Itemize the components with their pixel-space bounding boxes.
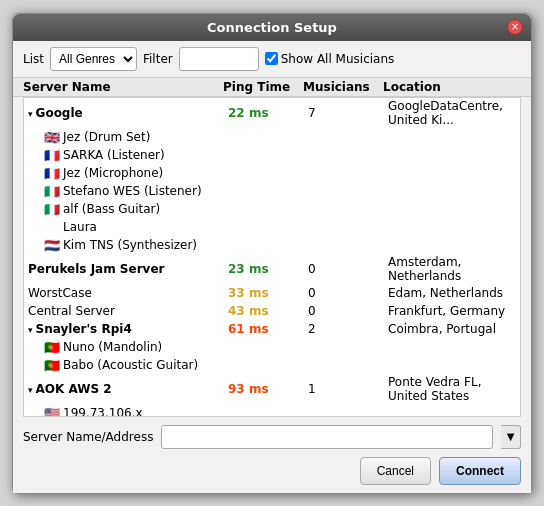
table-header: Server Name Ping Time Musicians Location xyxy=(13,77,531,97)
connection-setup-dialog: Connection Setup × List All Genres Rock … xyxy=(12,13,532,494)
close-button[interactable]: × xyxy=(507,19,523,35)
flag-icon: 🇳🇱 xyxy=(44,239,60,250)
ping-cell: 22 ms xyxy=(228,106,308,120)
location-cell: Coimbra, Portugal xyxy=(388,322,516,336)
list-item[interactable]: 🇮🇹alf (Bass Guitar) xyxy=(24,200,520,218)
location-cell: Frankfurt, Germany xyxy=(388,304,516,318)
flag-icon: 🇺🇸 xyxy=(44,407,60,417)
ping-cell: 33 ms xyxy=(228,286,308,300)
expand-icon: ▾ xyxy=(28,109,33,119)
list-label: List xyxy=(23,52,44,66)
server-name-text: Perukels Jam Server xyxy=(28,262,164,276)
server-name-cell: WorstCase xyxy=(28,286,228,300)
child-name: Stefano WES (Listener) xyxy=(63,184,202,198)
ping-cell: 43 ms xyxy=(228,304,308,318)
list-item[interactable]: 🇵🇹Babo (Acoustic Guitar) xyxy=(24,356,520,374)
flag-icon: 🇮🇹 xyxy=(44,185,60,196)
musicians-cell: 0 xyxy=(308,304,388,318)
child-name: Kim TNS (Synthesizer) xyxy=(63,238,197,252)
server-name-input[interactable] xyxy=(161,425,493,449)
expand-icon: ▾ xyxy=(28,325,33,335)
flag-icon: 🇮🇹 xyxy=(44,203,60,214)
list-item[interactable]: 🇮🇹Stefano WES (Listener) xyxy=(24,182,520,200)
flag-icon: 🇫🇷 xyxy=(44,167,60,178)
show-all-label: Show All Musicians xyxy=(281,52,395,66)
location-cell: Edam, Netherlands xyxy=(388,286,516,300)
ping-cell: 93 ms xyxy=(228,382,308,396)
show-all-container: Show All Musicians xyxy=(265,52,395,66)
show-all-checkbox[interactable] xyxy=(265,52,278,65)
child-name: Babo (Acoustic Guitar) xyxy=(63,358,198,372)
child-name: Jez (Microphone) xyxy=(63,166,163,180)
child-name: Nuno (Mandolin) xyxy=(63,340,162,354)
server-name-text: Central Server xyxy=(28,304,115,318)
musicians-cell: 0 xyxy=(308,262,388,276)
location-cell: Amsterdam, Netherlands xyxy=(388,255,516,283)
musicians-cell: 0 xyxy=(308,286,388,300)
child-name: SARKA (Listener) xyxy=(63,148,165,162)
footer: Server Name/Address ▼ Cancel Connect xyxy=(13,417,531,493)
server-name-row: Server Name/Address ▼ xyxy=(23,425,521,449)
server-list[interactable]: ▾Google22 ms7GoogleDataCentre, United Ki… xyxy=(23,97,521,417)
filter-input[interactable] xyxy=(179,47,259,71)
filter-label: Filter xyxy=(143,52,173,66)
connect-button[interactable]: Connect xyxy=(439,457,521,485)
server-name-label: Server Name/Address xyxy=(23,430,153,444)
server-name-dropdown-btn[interactable]: ▼ xyxy=(501,425,521,449)
toolbar: List All Genres Rock Jazz Filter Show Al… xyxy=(13,41,531,77)
genre-select[interactable]: All Genres Rock Jazz xyxy=(50,47,137,71)
child-name: Jez (Drum Set) xyxy=(63,130,150,144)
col-musicians: Musicians xyxy=(303,80,383,94)
table-row[interactable]: Central Server43 ms0Frankfurt, Germany xyxy=(24,302,520,320)
server-name-cell: Perukels Jam Server xyxy=(28,262,228,276)
col-ping: Ping Time xyxy=(223,80,303,94)
location-cell: GoogleDataCentre, United Ki... xyxy=(388,99,516,127)
table-row[interactable]: Perukels Jam Server23 ms0Amsterdam, Neth… xyxy=(24,254,520,284)
buttons-row: Cancel Connect xyxy=(23,457,521,485)
server-name-cell: ▾Google xyxy=(28,106,228,120)
list-item[interactable]: 🇵🇹Nuno (Mandolin) xyxy=(24,338,520,356)
title-bar: Connection Setup × xyxy=(13,14,531,41)
child-name: alf (Bass Guitar) xyxy=(63,202,160,216)
table-row[interactable]: ▾Google22 ms7GoogleDataCentre, United Ki… xyxy=(24,98,520,128)
musicians-cell: 2 xyxy=(308,322,388,336)
child-name: 199.73.106.x xyxy=(63,406,143,417)
flag-icon: 🇬🇧 xyxy=(44,131,60,142)
list-item[interactable]: Laura xyxy=(24,218,520,236)
table-row[interactable]: WorstCase33 ms0Edam, Netherlands xyxy=(24,284,520,302)
table-row[interactable]: ▾AOK AWS 293 ms1Ponte Vedra FL, United S… xyxy=(24,374,520,404)
list-item[interactable]: 🇺🇸199.73.106.x xyxy=(24,404,520,417)
list-item[interactable]: 🇳🇱Kim TNS (Synthesizer) xyxy=(24,236,520,254)
list-item[interactable]: 🇬🇧Jez (Drum Set) xyxy=(24,128,520,146)
col-location: Location xyxy=(383,80,521,94)
flag-icon: 🇵🇹 xyxy=(44,341,60,352)
server-name-text: Google xyxy=(36,106,83,120)
location-cell: Ponte Vedra FL, United States xyxy=(388,375,516,403)
flag-icon: 🇵🇹 xyxy=(44,359,60,370)
list-item[interactable]: 🇫🇷SARKA (Listener) xyxy=(24,146,520,164)
col-server-name: Server Name xyxy=(23,80,223,94)
list-item[interactable]: 🇫🇷Jez (Microphone) xyxy=(24,164,520,182)
musicians-cell: 1 xyxy=(308,382,388,396)
musicians-cell: 7 xyxy=(308,106,388,120)
dialog-title: Connection Setup xyxy=(207,20,337,35)
server-name-cell: ▾AOK AWS 2 xyxy=(28,382,228,396)
server-name-text: Snayler's Rpi4 xyxy=(36,322,132,336)
server-name-text: WorstCase xyxy=(28,286,92,300)
server-name-cell: ▾Snayler's Rpi4 xyxy=(28,322,228,336)
cancel-button[interactable]: Cancel xyxy=(360,457,431,485)
ping-cell: 61 ms xyxy=(228,322,308,336)
flag-icon: 🇫🇷 xyxy=(44,149,60,160)
expand-icon: ▾ xyxy=(28,385,33,395)
ping-cell: 23 ms xyxy=(228,262,308,276)
server-name-text: AOK AWS 2 xyxy=(36,382,112,396)
child-name: Laura xyxy=(63,220,97,234)
server-name-cell: Central Server xyxy=(28,304,228,318)
table-row[interactable]: ▾Snayler's Rpi461 ms2Coimbra, Portugal xyxy=(24,320,520,338)
